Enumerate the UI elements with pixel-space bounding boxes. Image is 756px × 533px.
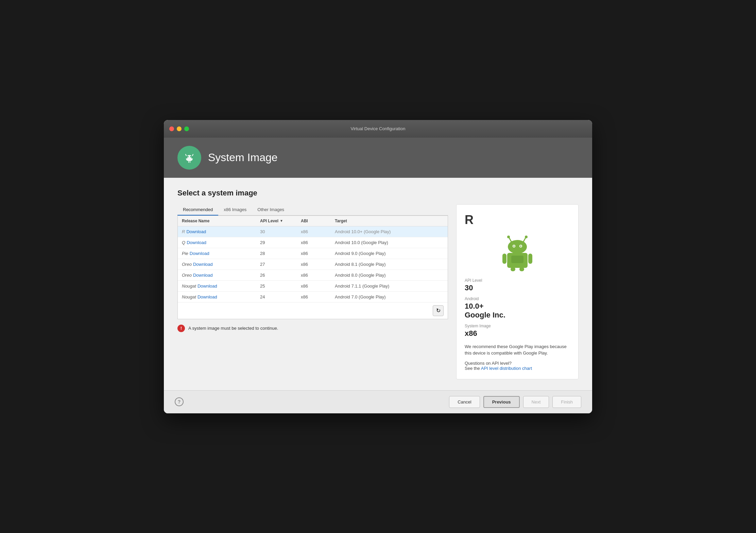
- table-row[interactable]: Oreo Download 26 x86 Android 8.0 (Google…: [178, 270, 448, 281]
- target-cell: Android 7.0 (Google Play): [335, 294, 444, 299]
- abi-cell: x86: [301, 283, 335, 289]
- window-title: Virtual Device Configuration: [351, 126, 406, 131]
- api-cell: 28: [260, 251, 301, 256]
- api-cell: 25: [260, 283, 301, 289]
- finish-button[interactable]: Finish: [552, 396, 581, 408]
- release-name-label: Oreo: [182, 262, 192, 267]
- traffic-lights: [169, 126, 189, 131]
- detail-release-letter: R: [465, 213, 570, 227]
- release-cell: Oreo Download: [182, 273, 260, 278]
- release-cell: Nougat Download: [182, 283, 260, 289]
- content-area: Select a system image Recommended x86 Im…: [164, 178, 592, 390]
- release-name-label: Nougat: [182, 294, 196, 299]
- app-icon: [177, 146, 201, 170]
- table-row[interactable]: Nougat Download 25 x86 Android 7.1.1 (Go…: [178, 281, 448, 292]
- android-version: 10.0+ Google Inc.: [465, 302, 570, 320]
- target-cell: Android 8.0 (Google Play): [335, 273, 444, 278]
- warning-bar: ! A system image must be selected to con…: [177, 325, 448, 332]
- table-row[interactable]: Oreo Download 27 x86 Android 8.1 (Google…: [178, 259, 448, 270]
- col-abi: ABI: [301, 219, 335, 223]
- target-cell: Android 10.0 (Google Play): [335, 240, 444, 245]
- release-cell: Q Download: [182, 240, 260, 245]
- release-name-label: Oreo: [182, 273, 192, 278]
- section-title: Select a system image: [177, 189, 579, 197]
- android-row: Android 10.0+ Google Inc.: [465, 296, 570, 320]
- minimize-button[interactable]: [177, 126, 182, 131]
- svg-rect-4: [190, 161, 190, 163]
- table-row[interactable]: Q Download 29 x86 Android 10.0 (Google P…: [178, 237, 448, 248]
- api-level-row: API Level 30: [465, 278, 570, 292]
- svg-point-6: [507, 236, 510, 238]
- release-name-label: Pie: [182, 251, 188, 256]
- tab-other[interactable]: Other Images: [252, 204, 290, 216]
- col-api[interactable]: API Level ▼: [260, 219, 301, 223]
- download-link[interactable]: Download: [193, 262, 213, 267]
- target-cell: Android 9.0 (Google Play): [335, 251, 444, 256]
- abi-cell: x86: [301, 251, 335, 256]
- warning-icon: !: [177, 325, 185, 332]
- abi-cell: x86: [301, 262, 335, 267]
- tab-recommended[interactable]: Recommended: [177, 204, 218, 216]
- col-target: Target: [335, 219, 444, 223]
- svg-rect-3: [188, 161, 189, 163]
- maximize-button[interactable]: [184, 126, 189, 131]
- page-header: System Image: [164, 138, 592, 178]
- close-button[interactable]: [169, 126, 174, 131]
- api-level-value: 30: [465, 283, 570, 292]
- left-panel: Recommended x86 Images Other Images Rele…: [177, 204, 448, 379]
- svg-point-12: [513, 245, 515, 247]
- download-link[interactable]: Download: [186, 229, 206, 234]
- table-row[interactable]: R Download 30 x86 Android 10.0+ (Google …: [178, 226, 448, 237]
- download-link[interactable]: Download: [187, 240, 206, 245]
- col-release: Release Name: [182, 219, 260, 223]
- download-link[interactable]: Download: [197, 283, 217, 289]
- tab-bar: Recommended x86 Images Other Images: [177, 204, 448, 216]
- svg-rect-17: [511, 267, 515, 271]
- warning-message: A system image must be selected to conti…: [188, 326, 278, 331]
- page-title: System Image: [208, 151, 278, 164]
- system-image-value: x86: [465, 329, 570, 338]
- api-level-label: API Level: [465, 278, 570, 283]
- system-image-label: System Image: [465, 324, 570, 328]
- release-name-label: Q: [182, 240, 185, 245]
- svg-point-9: [508, 240, 527, 254]
- previous-button[interactable]: Previous: [483, 396, 520, 408]
- api-cell: 26: [260, 273, 301, 278]
- download-link[interactable]: Download: [193, 273, 213, 278]
- android-studio-icon: [183, 151, 196, 165]
- cancel-button[interactable]: Cancel: [449, 396, 480, 408]
- system-image-table: Release Name API Level ▼ ABI Target R Do…: [177, 216, 448, 319]
- svg-point-2: [190, 156, 191, 157]
- table-header: Release Name API Level ▼ ABI Target: [178, 216, 448, 226]
- svg-point-1: [187, 156, 189, 157]
- next-button[interactable]: Next: [523, 396, 549, 408]
- action-buttons: Cancel Previous Next Finish: [449, 396, 581, 408]
- abi-cell: x86: [301, 294, 335, 299]
- svg-rect-16: [528, 254, 532, 264]
- release-name-label: R: [182, 229, 185, 234]
- download-link[interactable]: Download: [197, 294, 217, 299]
- android-bot-image: [500, 234, 534, 271]
- api-cell: 29: [260, 240, 301, 245]
- release-cell: R Download: [182, 229, 260, 234]
- table-row[interactable]: Nougat Download 24 x86 Android 7.0 (Goog…: [178, 292, 448, 303]
- target-cell: Android 8.1 (Google Play): [335, 262, 444, 267]
- download-link[interactable]: Download: [190, 251, 209, 256]
- release-name-label: Nougat: [182, 283, 196, 289]
- table-row[interactable]: Pie Download 28 x86 Android 9.0 (Google …: [178, 248, 448, 259]
- titlebar: Virtual Device Configuration: [164, 120, 592, 138]
- system-image-row: System Image x86: [465, 324, 570, 338]
- help-button[interactable]: ?: [175, 397, 184, 406]
- tab-x86[interactable]: x86 Images: [218, 204, 252, 216]
- sort-arrow-icon: ▼: [280, 219, 283, 223]
- bottom-bar: ? Cancel Previous Next Finish: [164, 390, 592, 413]
- main-area: Recommended x86 Images Other Images Rele…: [177, 204, 579, 379]
- target-cell: Android 7.1.1 (Google Play): [335, 283, 444, 289]
- svg-rect-18: [519, 267, 524, 271]
- refresh-button[interactable]: ↻: [433, 305, 444, 316]
- api-distribution-link[interactable]: API level distribution chart: [481, 366, 532, 371]
- api-cell: 24: [260, 294, 301, 299]
- api-cell: 30: [260, 229, 301, 234]
- abi-cell: x86: [301, 229, 335, 234]
- android-label: Android: [465, 296, 570, 301]
